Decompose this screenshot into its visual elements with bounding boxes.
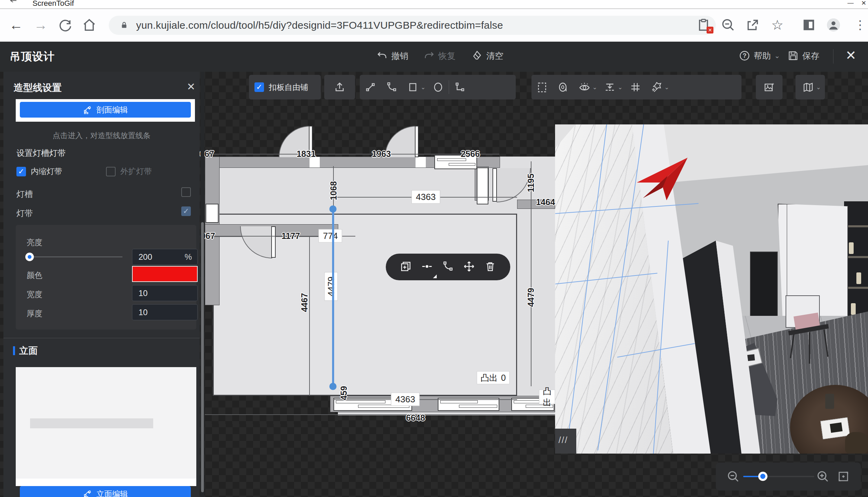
browser-menu-icon[interactable]: ⋮: [852, 17, 868, 33]
browser-forward-button[interactable]: →: [33, 17, 49, 33]
inner-strip-label: 内缩灯带: [31, 166, 62, 177]
section-edit-label: 剖面编辑: [96, 105, 128, 115]
browser-zoom-out-icon[interactable]: [720, 17, 736, 33]
dim-label: 1464: [536, 197, 555, 207]
add-node-icon[interactable]: [421, 260, 433, 274]
chevron-down-icon[interactable]: ⌄: [816, 84, 821, 91]
light-settings-title: 设置灯槽灯带: [16, 148, 66, 159]
panel-divider: [3, 338, 200, 338]
strip-properties-card: 亮度 200 % 颜色 宽度 10 厚度 10: [16, 225, 196, 330]
close-tool-button[interactable]: ✕: [845, 48, 856, 63]
strip-checkbox[interactable]: [181, 206, 191, 216]
width-value[interactable]: 10: [139, 288, 197, 298]
zoom-in-icon[interactable]: [816, 469, 830, 485]
elevation-section-header: 立面: [13, 345, 38, 357]
redo-button[interactable]: 恢复: [423, 50, 456, 62]
outer-strip-option[interactable]: 外扩灯带: [106, 166, 152, 177]
rect-tool-icon[interactable]: [402, 81, 423, 93]
color-label: 颜色: [27, 270, 42, 281]
profile-avatar[interactable]: [826, 17, 841, 33]
chevron-down-icon[interactable]: ⌄: [592, 84, 597, 91]
circle-tool-icon[interactable]: [428, 81, 449, 93]
color-swatch[interactable]: [132, 266, 198, 282]
section-edit-button[interactable]: 剖面编辑: [20, 102, 191, 118]
elevation-edit-button[interactable]: 立面编辑: [20, 486, 191, 497]
dimension-line: [333, 399, 517, 400]
help-button[interactable]: 帮助⌄: [739, 50, 780, 62]
panel-scrollbar-thumb[interactable]: [201, 222, 204, 492]
line-endpoint-handle[interactable]: [329, 383, 337, 390]
marquee-select-icon[interactable]: [531, 81, 553, 93]
minimize-icon[interactable]: —: [847, 0, 854, 6]
browser-reload-button[interactable]: [57, 17, 73, 33]
side-panel-icon[interactable]: [801, 17, 817, 33]
dim-label: 1831: [297, 149, 316, 159]
render-image-icon[interactable]: [759, 81, 780, 93]
browser-home-button[interactable]: [81, 17, 97, 33]
dim-label: 6648: [406, 413, 425, 423]
undo-button[interactable]: 撤销: [376, 50, 408, 62]
chevron-down-icon[interactable]: ⌄: [665, 84, 669, 91]
curve-edit-icon[interactable]: [442, 260, 454, 274]
line-endpoint-handle[interactable]: [329, 205, 337, 213]
chevron-down-icon[interactable]: ⌄: [618, 84, 622, 91]
dim-label-box: 4479: [325, 272, 338, 301]
clear-button[interactable]: 清空: [471, 50, 503, 62]
brightness-input[interactable]: 200 %: [132, 249, 198, 265]
zoom-slider-knob[interactable]: [758, 472, 767, 481]
panel-close-icon[interactable]: ✕: [187, 81, 195, 93]
browser-back-button[interactable]: ←: [8, 17, 24, 33]
duplicate-icon[interactable]: [399, 260, 412, 274]
protrude-value[interactable]: 0: [501, 373, 506, 383]
dimension-line: [531, 161, 531, 386]
inner-strip-checkbox[interactable]: [16, 167, 26, 176]
arc-tool-icon[interactable]: [381, 81, 402, 93]
plan-door-leaf: [415, 126, 419, 157]
upload-icon[interactable]: [329, 81, 350, 93]
protrude-input-clipped[interactable]: 凸出: [539, 390, 555, 404]
chevron-down-icon: ⌄: [774, 52, 780, 60]
brightness-slider-thumb[interactable]: [25, 253, 34, 261]
brightness-slider[interactable]: [28, 256, 122, 257]
address-bar[interactable]: yun.kujiale.com/cloud/tool/h5/diy?design…: [109, 16, 716, 35]
free-tile-label: 扣板自由铺: [269, 82, 308, 93]
selected-shape-line[interactable]: [332, 209, 334, 387]
elevation-preview[interactable]: [16, 367, 196, 479]
submenu-corner-icon: [433, 274, 437, 278]
fullscreen-icon[interactable]: [836, 469, 851, 485]
trough-checkbox[interactable]: [181, 187, 191, 197]
width-input[interactable]: 10: [132, 285, 198, 301]
line-tool-icon[interactable]: [360, 81, 381, 93]
share-icon[interactable]: [745, 17, 761, 33]
panel-scrollbar[interactable]: [200, 72, 205, 497]
dim-label: 4479: [526, 288, 536, 307]
outer-strip-checkbox[interactable]: [106, 167, 116, 176]
grid-icon[interactable]: [625, 81, 646, 93]
polyline-tool-icon[interactable]: [449, 81, 470, 93]
visibility-eye-icon[interactable]: [574, 81, 595, 93]
clipboard-blocked-icon[interactable]: ✕: [696, 17, 711, 33]
protrude-input[interactable]: 凸出 0: [477, 371, 510, 384]
inner-strip-option[interactable]: 内缩灯带: [16, 166, 62, 177]
material-brush-icon[interactable]: [646, 81, 667, 93]
brightness-value[interactable]: 200: [139, 252, 185, 262]
map-view-icon[interactable]: [798, 81, 819, 93]
thickness-value[interactable]: 10: [139, 308, 197, 317]
thickness-input[interactable]: 10: [132, 304, 198, 320]
panel-hint-text: 点击进入，对造型线放置线条: [3, 131, 200, 141]
3d-preview-viewport[interactable]: [555, 124, 868, 454]
view-tools-group: ⌄ ⌄ ⌄: [531, 75, 741, 99]
move-icon[interactable]: [463, 260, 475, 274]
elevation-edit-label: 立面编辑: [96, 489, 128, 497]
measure-tape-icon[interactable]: [553, 81, 574, 93]
save-button[interactable]: 保存: [787, 50, 819, 62]
zoom-out-icon[interactable]: [726, 469, 740, 485]
dim-label: 1068: [329, 181, 339, 200]
free-tile-checkbox[interactable]: [254, 82, 264, 92]
elevation-level-icon[interactable]: [599, 81, 620, 93]
close-window-icon[interactable]: ✕: [861, 0, 866, 7]
delete-icon[interactable]: [484, 260, 497, 274]
bookmark-star-icon[interactable]: ☆: [770, 17, 785, 33]
chevron-down-icon[interactable]: ⌄: [421, 84, 425, 91]
url-text[interactable]: yun.kujiale.com/cloud/tool/h5/diy?design…: [136, 19, 503, 31]
